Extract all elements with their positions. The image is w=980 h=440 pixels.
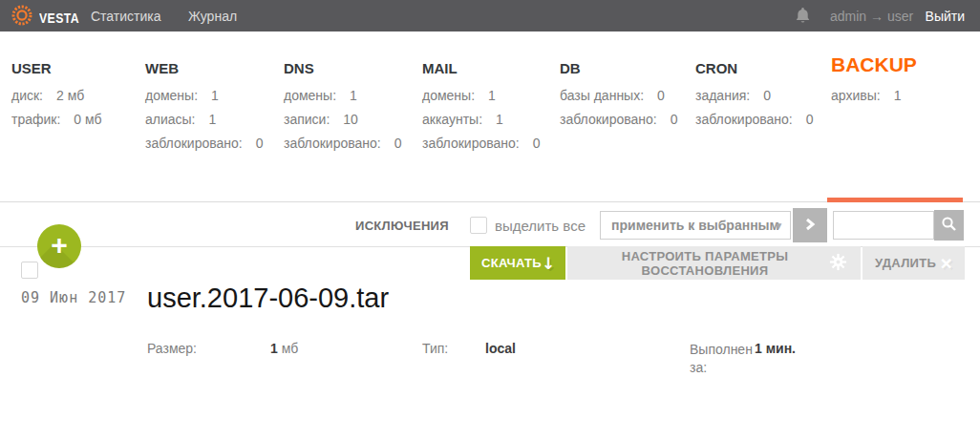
size-label: Размер:: [147, 341, 197, 356]
stat-line: задания:0: [695, 84, 814, 108]
stat-line: домены:1: [145, 84, 264, 108]
stat-line: трафик:0 мб: [11, 108, 102, 132]
tab-db[interactable]: DB: [560, 60, 581, 76]
size-value: 1 мб: [270, 341, 298, 356]
configure-restore-button[interactable]: НАСТРОИТЬ ПАРАМЕТРЫ ВОССТАНОВЛЕНИЯ: [567, 246, 861, 280]
exclusions-link[interactable]: ИСКЛЮЧЕНИЯ: [355, 219, 449, 233]
type-label: Тип:: [422, 341, 448, 356]
stat-line: заблокировано:0: [284, 132, 402, 156]
close-icon: ×: [940, 253, 952, 273]
bulk-action-dropdown[interactable]: применить к выбранным ▾: [600, 211, 791, 240]
vesta-logo-label: VESTA: [39, 10, 79, 26]
delete-button[interactable]: УДАЛИТЬ ×: [863, 246, 965, 280]
tab-mail[interactable]: MAIL: [422, 60, 458, 76]
stat-line: базы данных:0: [560, 84, 678, 108]
vesta-logo-icon: [11, 5, 32, 30]
chevron-down-icon: ▾: [776, 212, 781, 239]
plus-icon: +: [51, 231, 68, 260]
stat-line: заблокировано:0: [422, 132, 541, 156]
stat-line: диск:2 мб: [11, 84, 102, 108]
vesta-backup-page: VESTA Статистика Журнал admin → user Вый…: [0, 0, 980, 440]
logout-link[interactable]: Выйти: [926, 9, 965, 24]
bulk-action-selected: применить к выбранным: [611, 218, 779, 233]
stat-line: записи:10: [284, 108, 402, 132]
stat-line: домены:1: [284, 84, 402, 108]
stats-panel: USER диск:2 мб трафик:0 мб WEB домены:1 …: [0, 31, 980, 201]
runtime-value: 1 мин.: [755, 341, 796, 356]
chevron-right-icon: [802, 217, 818, 235]
download-arrow-icon: ↓: [542, 254, 556, 273]
type-value: local: [485, 341, 516, 356]
tab-backup-active[interactable]: BACKUP: [831, 53, 917, 76]
search-button[interactable]: [934, 210, 964, 241]
topbar: VESTA Статистика Журнал admin → user Вый…: [0, 0, 980, 31]
stat-line: заблокировано:0: [145, 132, 264, 156]
select-all-checkbox[interactable]: [470, 217, 487, 234]
apply-bulk-action-button[interactable]: [793, 208, 827, 242]
notifications-bell-icon[interactable]: [796, 8, 810, 28]
backup-actions-bar: СКАЧАТЬ ↓ НАСТРОИТЬ ПАРАМЕТРЫ ВОССТАНОВЛ…: [470, 246, 965, 280]
nav-statistics[interactable]: Статистика: [91, 9, 161, 24]
download-button[interactable]: СКАЧАТЬ ↓: [470, 246, 565, 280]
vesta-logo[interactable]: VESTA: [11, 5, 88, 30]
tab-cron[interactable]: CRON: [695, 60, 737, 76]
tab-user[interactable]: USER: [11, 60, 52, 76]
stat-line: заблокировано:0: [560, 108, 678, 132]
add-backup-button[interactable]: +: [37, 224, 81, 268]
user-switch[interactable]: admin → user: [830, 9, 913, 24]
search-input[interactable]: [833, 211, 934, 240]
stat-line: домены:1: [422, 84, 541, 108]
runtime-label: Выполнен за:: [690, 341, 760, 377]
stat-line: заблокировано:0: [695, 108, 814, 132]
gear-icon: [829, 253, 847, 274]
select-all-label[interactable]: выделить все: [495, 218, 586, 234]
stat-line: архивы:1: [831, 84, 901, 108]
stat-line: алиасы:1: [145, 108, 264, 132]
backup-date: 09 Июн 2017: [21, 289, 126, 306]
stat-line: аккаунты:1: [422, 108, 541, 132]
row-checkbox[interactable]: [21, 262, 38, 279]
nav-journal[interactable]: Журнал: [188, 9, 237, 24]
tab-web[interactable]: WEB: [145, 60, 179, 76]
search-icon: [941, 216, 957, 235]
backup-filename: user.2017-06-09.tar: [147, 283, 389, 314]
tab-dns[interactable]: DNS: [284, 60, 314, 76]
active-tab-underline: [827, 198, 963, 202]
